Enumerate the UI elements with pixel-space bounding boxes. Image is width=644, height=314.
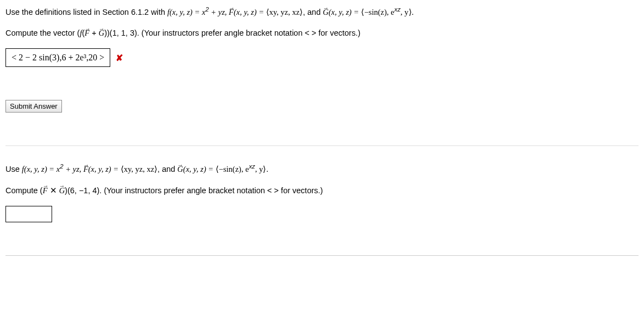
- q1-answer-input[interactable]: < 2 − 2 sin(3),6 + 2e³,20 >: [5, 48, 110, 67]
- q1-compute-G-sym: G: [99, 29, 104, 37]
- section-separator: [5, 145, 639, 146]
- question-2-block: Use f(x, y, z) = x2 + yz, F(x, y, z) = ⟨…: [5, 162, 639, 222]
- q1-compute-line: Compute the vector (f(F + G))(1, 1, 3). …: [5, 27, 639, 38]
- q2-answer-input[interactable]: [5, 206, 52, 222]
- q1-compute-a: Compute the vector (: [5, 29, 80, 37]
- q1-mid: , and: [303, 8, 323, 16]
- q2-answer-row: [5, 206, 639, 222]
- q1-f-expr: f(x, y, z) = x: [167, 8, 205, 16]
- q1-compute-plus: +: [89, 29, 99, 37]
- q2-compute-a: Compute (: [5, 186, 43, 195]
- q1-F-vector-symbol: F: [229, 8, 234, 16]
- q1-G-open: ⟨−sin(z), e: [361, 8, 394, 16]
- q2-f-tail: + yz,: [64, 165, 83, 173]
- q1-compute-F-sym: F: [84, 29, 89, 37]
- q1-G-close: , y⟩.: [400, 8, 414, 16]
- q2-definitions-line: Use f(x, y, z) = x2 + yz, F(x, y, z) = ⟨…: [5, 162, 639, 175]
- submit-answer-button[interactable]: Submit Answer: [5, 100, 62, 113]
- q2-G-vector-symbol: G: [177, 165, 183, 173]
- q2-G-close: , y⟩.: [255, 165, 268, 173]
- q1-G-args: (x, y, z) =: [329, 8, 361, 16]
- q2-f-expr: f(x, y, z) = x: [22, 165, 60, 173]
- q2-F-vector-symbol: F: [83, 165, 88, 173]
- q2-compute-line: Compute (F ✕ G)(6, −1, 4). (Your instruc…: [5, 185, 639, 196]
- question-1-block: Use the definitions listed in Section 6.…: [5, 5, 639, 67]
- q1-F-args: (x, y, z) =: [234, 8, 266, 16]
- incorrect-icon: ✘: [116, 53, 123, 63]
- submit-wrap: Submit Answer: [5, 100, 639, 113]
- q1-compute-d: ))(1, 1, 3). (Your instructors prefer an…: [104, 29, 360, 37]
- q2-compute-b: )(6, −1, 4). (Your instructors prefer an…: [65, 186, 323, 195]
- q1-defs-prefix: Use the definitions listed in Section 6.…: [5, 8, 167, 16]
- q1-G-exp: xz: [394, 6, 400, 13]
- q2-compute-G-sym: G: [59, 186, 65, 195]
- q2-G-exp: xz: [249, 163, 255, 170]
- q2-F-vec: ⟨xy, yz, xz⟩: [121, 165, 157, 173]
- q1-G-vector-symbol: G: [323, 8, 329, 16]
- q1-F-vec: ⟨xy, yz, xz⟩: [266, 8, 303, 16]
- q2-compute-times: ✕: [48, 186, 59, 195]
- q2-G-args: (x, y, z) =: [183, 165, 216, 173]
- q1-f-tail: + yz,: [209, 8, 229, 16]
- q1-definitions-line: Use the definitions listed in Section 6.…: [5, 5, 639, 18]
- q2-prefix: Use: [5, 165, 22, 173]
- q1-answer-row: < 2 − 2 sin(3),6 + 2e³,20 > ✘: [5, 48, 639, 67]
- q2-G-open: ⟨−sin(z), e: [216, 165, 249, 173]
- bottom-separator: [5, 255, 639, 256]
- q2-compute-F-sym: F: [43, 186, 48, 195]
- q2-mid: , and: [157, 165, 177, 173]
- q2-F-args: (x, y, z) =: [88, 165, 121, 173]
